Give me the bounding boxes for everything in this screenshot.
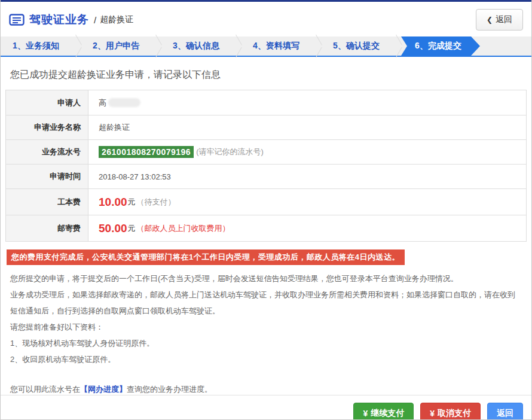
step-separator-icon	[71, 36, 81, 56]
step-1-business-notice: 1、业务须知	[1, 36, 71, 56]
step-4-fill-data: 4、资料填写	[241, 36, 311, 56]
breadcrumb-current: 超龄换证	[100, 14, 133, 25]
progress-note-prefix: 您可以用此流水号在	[10, 385, 80, 394]
table-row-business-name: 申请业务名称 超龄换证	[6, 115, 526, 139]
instruction-paragraph: 请您提前准备好以下资料：	[10, 319, 522, 335]
license-card-icon	[9, 13, 25, 26]
breadcrumb-separator: /	[94, 15, 96, 25]
serial-number-badge: 261001808270079196	[99, 146, 194, 158]
step-progress-bar: 1、业务须知 2、用户申告 3、确认信息 4、资料填写 5、确认提交 6、完成提…	[1, 36, 531, 57]
back-button-label: 返回	[496, 14, 512, 25]
row-label: 工本费	[6, 189, 88, 215]
step-separator-icon	[311, 36, 321, 56]
page-title: 驾驶证业务	[29, 12, 89, 28]
footer-back-label: 返回	[497, 408, 513, 419]
serial-number-note: (请牢记你的流水号)	[196, 147, 264, 157]
continue-pay-button[interactable]: ¥ 继续支付	[353, 403, 414, 420]
row-value: 2018-08-27 13:02:53	[88, 165, 526, 188]
fee-unit: 元	[128, 223, 136, 234]
info-table: 申请人 高 申请业务名称 超龄换证 业务流水号 2610018082700791…	[5, 90, 527, 242]
row-label: 邮寄费	[6, 215, 88, 241]
row-label: 申请人	[6, 90, 88, 115]
row-value: 超龄换证	[88, 115, 526, 139]
applicant-name: 高	[99, 98, 106, 108]
online-progress-link[interactable]: 【网办进度】	[80, 385, 127, 394]
success-message: 您已成功提交超龄换证业务申请，请记录以下信息	[1, 57, 531, 89]
postage-fee-amount: 50.00	[99, 222, 127, 235]
row-value: 高	[88, 90, 526, 115]
step-6-complete-submit-active: 6、完成提交	[401, 36, 480, 56]
table-row-applicant: 申请人 高	[6, 90, 526, 115]
yuan-icon: ¥	[363, 409, 368, 418]
step-separator-icon	[231, 36, 241, 56]
yuan-icon: ¥	[430, 409, 435, 418]
postage-fee-note: （邮政人员上门收取费用）	[137, 223, 230, 234]
notice-banner: 您的费用支付完成后，公安机关交通管理部门将在1个工作日内受理，受理成功后，邮政人…	[7, 249, 405, 265]
instruction-paragraph: 业务成功受理后，如果选择邮政寄递的，邮政人员将上门送达机动车驾驶证，并收取办理业…	[10, 287, 522, 319]
continue-pay-label: 继续支付	[371, 408, 404, 419]
step-2-user-declaration: 2、用户申告	[81, 36, 151, 56]
applicant-name-redacted	[108, 98, 140, 107]
row-label: 业务流水号	[6, 140, 88, 164]
step-5-confirm-submit: 5、确认提交	[321, 36, 392, 56]
row-label: 申请时间	[6, 165, 88, 188]
table-row-postage-fee: 邮寄费 50.00 元 （邮政人员上门收取费用）	[6, 215, 526, 241]
cancel-pay-label: 取消支付	[438, 408, 471, 419]
step-bar-filler	[480, 36, 531, 56]
page-container: 驾驶证业务 / 超龄换证 ❮ 返回 1、业务须知 2、用户申告 3、确认信息 4…	[0, 0, 532, 420]
step-3-confirm-info: 3、确认信息	[161, 36, 231, 56]
row-value: 50.00 元 （邮政人员上门收取费用）	[88, 215, 526, 241]
step-separator-icon	[151, 36, 161, 56]
chevron-left-icon: ❮	[487, 16, 493, 24]
material-list-item: 1、现场核对机动车驾驶人身份证明原件。	[10, 335, 522, 351]
instructions: 您所提交的申请，将于提交后的一个工作日(不含当天)受理，届时会发送短信告知受理结…	[1, 266, 531, 367]
progress-note: 您可以用此流水号在【网办进度】查询您的业务办理进度。	[1, 367, 531, 395]
back-button[interactable]: ❮ 返回	[476, 9, 523, 31]
footer-back-button[interactable]: 返回	[487, 403, 523, 420]
footer-actions: ¥ 继续支付 ¥ 取消支付 返回	[1, 395, 531, 420]
material-list-item: 2、收回原机动车驾驶证原件。	[10, 351, 522, 367]
fee-unit: 元	[128, 197, 136, 208]
table-row-apply-time: 申请时间 2018-08-27 13:02:53	[6, 164, 526, 188]
progress-note-suffix: 查询您的业务办理进度。	[127, 385, 212, 394]
page-header: 驾驶证业务 / 超龄换证 ❮ 返回	[1, 2, 531, 36]
notice-banner-wrap: 您的费用支付完成后，公安机关交通管理部门将在1个工作日内受理，受理成功后，邮政人…	[1, 242, 531, 266]
row-label: 申请业务名称	[6, 115, 88, 139]
breadcrumb: 驾驶证业务 / 超龄换证	[9, 12, 133, 28]
cancel-pay-button[interactable]: ¥ 取消支付	[420, 403, 481, 420]
row-value: 261001808270079196 (请牢记你的流水号)	[88, 140, 526, 164]
production-fee-amount: 10.00	[99, 196, 127, 209]
production-fee-status: （待支付）	[137, 197, 176, 208]
table-row-serial-number: 业务流水号 261001808270079196 (请牢记你的流水号)	[6, 139, 526, 164]
row-value: 10.00 元 （待支付）	[88, 189, 526, 215]
table-row-production-fee: 工本费 10.00 元 （待支付）	[6, 188, 526, 215]
step-separator-icon	[392, 36, 401, 56]
instruction-paragraph: 您所提交的申请，将于提交后的一个工作日(不含当天)受理，届时会发送短信告知受理结…	[10, 270, 522, 287]
